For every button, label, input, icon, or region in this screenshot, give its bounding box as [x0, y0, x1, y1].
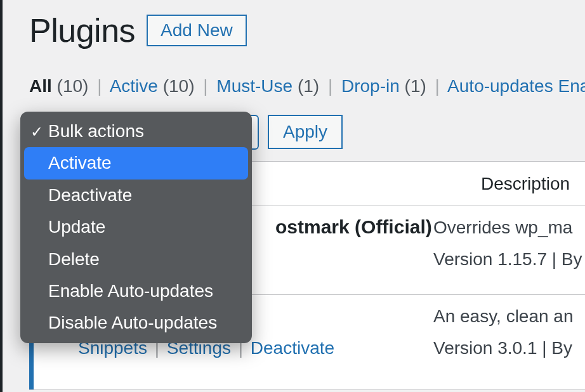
bulk-option-placeholder[interactable]: ✓ Bulk actions: [24, 115, 248, 147]
add-new-button[interactable]: Add New: [147, 15, 247, 46]
filter-mustuse-label: Must-Use: [216, 76, 292, 96]
bulk-option-label: Delete: [48, 248, 100, 271]
action-deactivate[interactable]: Deactivate: [251, 338, 334, 358]
filter-mustuse-count: (1): [298, 76, 319, 96]
filter-all-label: All: [29, 76, 52, 96]
filter-autoupdates-label: Auto-updates Enabl: [447, 76, 585, 96]
plugin-description-cell: Overrides wp_ma Version 1.15.7 | By: [433, 206, 582, 294]
bulk-option-label: Deactivate: [48, 184, 132, 207]
filter-mustuse[interactable]: Must-Use (1): [216, 76, 324, 96]
bulk-option-update[interactable]: Update: [24, 211, 248, 243]
filter-active-count: (10): [163, 76, 195, 96]
filter-dropin-count: (1): [405, 76, 426, 96]
filter-separator: |: [199, 76, 211, 96]
plugin-meta: Version 1.15.7 | By: [433, 249, 582, 270]
page-header: Plugins Add New: [29, 11, 585, 49]
filter-dropin-label: Drop-in: [341, 76, 400, 96]
bulk-option-delete[interactable]: Delete: [24, 244, 248, 275]
apply-button[interactable]: Apply: [268, 115, 343, 149]
bulk-option-activate[interactable]: Activate: [24, 147, 248, 179]
plugin-meta: Version 3.0.1 | By: [433, 338, 574, 358]
bulk-option-disable-auto[interactable]: Disable Auto-updates: [24, 307, 248, 339]
filter-active[interactable]: Active (10): [110, 76, 200, 96]
filter-separator: |: [93, 76, 105, 96]
plugin-description: An easy, clean an: [433, 306, 574, 327]
filter-dropin[interactable]: Drop-in (1): [341, 76, 431, 96]
plugin-status-filters: All (10) | Active (10) | Must-Use (1) | …: [29, 76, 585, 96]
bulk-option-label: Enable Auto-updates: [48, 280, 213, 303]
check-icon: ✓: [30, 122, 48, 141]
filter-active-label: Active: [110, 76, 158, 96]
bulk-actions-dropdown[interactable]: ✓ Bulk actions Activate Deactivate Updat…: [20, 112, 252, 343]
filter-all[interactable]: All (10): [29, 76, 93, 96]
admin-sidebar-edge: [0, 0, 3, 392]
filter-autoupdates[interactable]: Auto-updates Enabl: [447, 76, 585, 96]
filter-separator: |: [431, 76, 444, 96]
bulk-option-label: Bulk actions: [48, 120, 144, 143]
bulk-option-label: Disable Auto-updates: [48, 311, 217, 334]
bulk-option-enable-auto[interactable]: Enable Auto-updates: [24, 275, 248, 307]
plugin-description: Overrides wp_ma: [433, 218, 582, 238]
filter-separator: |: [324, 76, 336, 96]
plugin-description-cell: An easy, clean an Version 3.0.1 | By: [433, 295, 574, 389]
bulk-option-label: Activate: [48, 152, 112, 174]
bulk-option-deactivate[interactable]: Deactivate: [24, 180, 248, 211]
plugin-name: ostmark (Official): [275, 216, 432, 238]
bulk-option-label: Update: [48, 216, 105, 238]
filter-all-count: (10): [57, 76, 89, 96]
page-title: Plugins: [29, 11, 135, 49]
